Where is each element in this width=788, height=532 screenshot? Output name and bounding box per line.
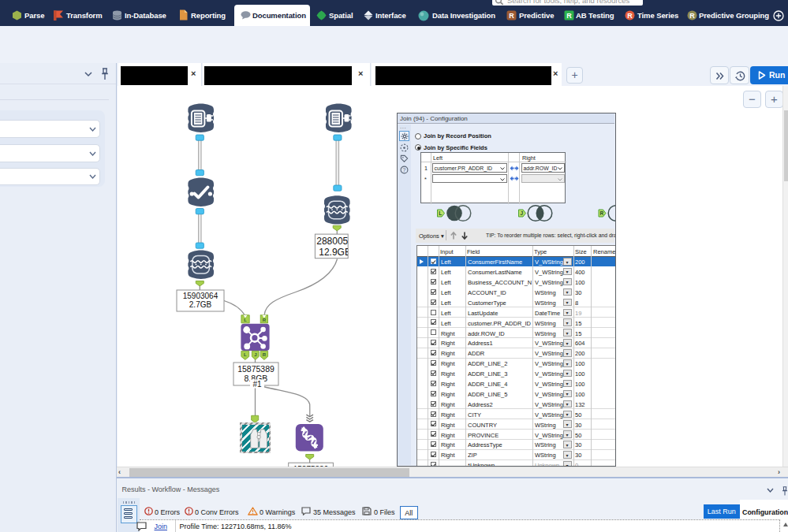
- svg-text:?: ?: [403, 167, 406, 173]
- svg-text:#1: #1: [252, 380, 262, 389]
- svg-text:15903064: 15903064: [183, 292, 218, 300]
- svg-text:L: L: [244, 318, 247, 322]
- svg-text:15875389: 15875389: [237, 364, 274, 374]
- svg-text:R: R: [599, 210, 603, 216]
- svg-text:2.7GB: 2.7GB: [189, 300, 212, 309]
- svg-text:R: R: [263, 318, 267, 322]
- svg-text:R: R: [509, 12, 514, 20]
- svg-text:R: R: [263, 352, 267, 357]
- svg-text:L: L: [244, 352, 247, 357]
- svg-text:R: R: [689, 12, 695, 20]
- svg-text:12.9GB: 12.9GB: [319, 247, 351, 258]
- svg-text:L: L: [439, 210, 442, 216]
- svg-text:J: J: [520, 210, 523, 216]
- svg-text:R: R: [566, 12, 572, 20]
- svg-text:J: J: [254, 352, 256, 357]
- svg-text:R: R: [627, 12, 633, 20]
